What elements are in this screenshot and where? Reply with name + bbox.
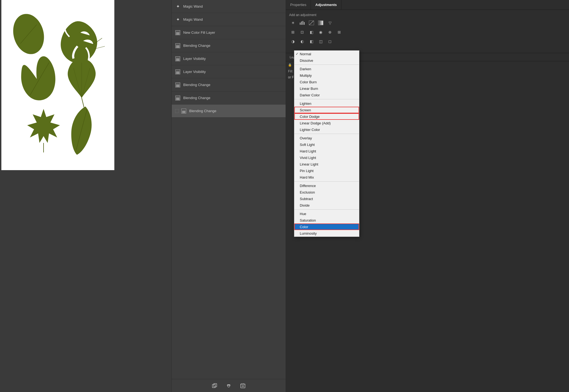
blend-darken[interactable]: Darken [294, 66, 359, 72]
history-item-8[interactable]: Blending Change [172, 91, 286, 105]
history-item-3[interactable]: New Color Fill Layer [172, 26, 286, 39]
history-item-label-9: Blending Change [189, 109, 216, 113]
adjustment-icons-row-2: ⊞ ⊡ ◧ ◉ ⊕ ⊞ [289, 28, 566, 36]
history-item-6[interactable]: Layer Visibility [172, 65, 286, 78]
blend-normal[interactable]: Normal [294, 51, 359, 57]
separator-4 [294, 181, 359, 182]
snapshot-button[interactable] [225, 382, 233, 390]
blend-linear-dodge[interactable]: Linear Dodge (Add) [294, 120, 359, 126]
separator-1 [294, 65, 359, 65]
blend-dissolve[interactable]: Dissolve [294, 57, 359, 64]
layer-icon-7 [175, 82, 181, 88]
blend-vivid-light[interactable]: Vivid Light [294, 154, 359, 161]
separator-3 [294, 134, 359, 134]
blend-linear-light[interactable]: Linear Light [294, 161, 359, 167]
separator-5 [294, 209, 359, 210]
bw-icon[interactable]: ◧ [308, 28, 315, 36]
color-balance-icon[interactable]: ⊡ [298, 28, 306, 36]
svg-rect-28 [318, 21, 323, 25]
threshold-icon[interactable]: ◧ [308, 38, 315, 45]
layer-icon-5 [175, 56, 181, 62]
photo-filter-icon[interactable]: ◉ [317, 28, 325, 36]
blend-hard-mix[interactable]: Hard Mix [294, 174, 359, 180]
history-item-label-8: Blending Change [183, 96, 210, 100]
color-lookup-icon[interactable]: ⊞ [335, 28, 343, 36]
history-item-label-4: Blending Change [183, 44, 210, 48]
history-item-label-1: Magic Wand [183, 4, 203, 8]
posterize-icon[interactable]: ◐ [298, 38, 306, 45]
blend-exclusion[interactable]: Exclusion [294, 189, 359, 195]
curves-icon[interactable] [308, 19, 315, 27]
svg-rect-25 [302, 21, 303, 25]
blend-lighter-color[interactable]: Lighter Color [294, 126, 359, 133]
history-item-1[interactable]: ✦ Magic Wand [172, 0, 286, 13]
blend-divide[interactable]: Divide [294, 202, 359, 209]
history-item-label-3: New Color Fill Layer [183, 30, 215, 35]
wand-icon-2: ✦ [175, 17, 181, 22]
hsl-icon[interactable]: ⊞ [289, 28, 297, 36]
history-item-2[interactable]: ✦ Magic Wand [172, 13, 286, 26]
layer-icon-3 [175, 30, 181, 35]
wand-icon-1: ✦ [175, 4, 181, 9]
layer-icon-9 [181, 108, 186, 114]
blend-saturation[interactable]: Saturation [294, 217, 359, 223]
history-item-label-2: Magic Wand [183, 17, 203, 22]
svg-line-9 [82, 98, 84, 109]
blend-color-burn[interactable]: Color Burn [294, 79, 359, 85]
invert-icon[interactable]: ◑ [289, 38, 297, 45]
history-toolbar [172, 379, 286, 392]
levels-icon[interactable] [298, 19, 306, 27]
history-item-4[interactable]: Blending Change [172, 39, 286, 52]
channel-mixer-icon[interactable]: ⊕ [326, 28, 334, 36]
blend-color-dodge[interactable]: Color Dodge [294, 113, 359, 120]
panel-content: Add an adjustment ☀ ▽ ⊞ ⊡ ◧ ◉ ⊕ ⊞ ◑ [286, 10, 569, 50]
canvas-area [0, 0, 172, 392]
blend-hard-light[interactable]: Hard Light [294, 148, 359, 154]
history-panel: ✦ Magic Wand ✦ Magic Wand New Color Fill… [172, 0, 286, 392]
blend-soft-light[interactable]: Soft Light [294, 141, 359, 148]
history-item-label-7: Blending Change [183, 83, 210, 87]
history-item-5[interactable]: Layer Visibility [172, 52, 286, 65]
canvas-document [1, 0, 114, 170]
blend-difference[interactable]: Difference [294, 182, 359, 189]
selective-color-icon[interactable]: ◻ [326, 38, 334, 45]
history-item-label-6: Layer Visibility [183, 70, 206, 74]
brightness-icon[interactable]: ☀ [289, 19, 297, 27]
panel-tabs: Properties Adjustments [286, 0, 569, 10]
add-adjustment-label: Add an adjustment [289, 13, 566, 17]
blend-subtract[interactable]: Subtract [294, 195, 359, 202]
history-item-7[interactable]: Blending Change [172, 78, 286, 91]
layer-icon-8 [175, 95, 181, 101]
svg-rect-23 [300, 23, 301, 25]
adjustment-icons-row-1: ☀ ▽ [289, 19, 566, 27]
blend-luminosity[interactable]: Luminosity [294, 230, 359, 237]
exposure-icon[interactable] [317, 19, 325, 27]
duplicate-button[interactable] [211, 382, 218, 390]
fill-label: Fill: [288, 69, 293, 73]
svg-rect-24 [301, 22, 302, 25]
adjustment-icons-row-3: ◑ ◐ ◧ ◫ ◻ [289, 38, 566, 45]
blend-darker-color[interactable]: Darker Color [294, 92, 359, 98]
blend-mode-menu: Normal Dissolve Darken Multiply Color Bu… [294, 50, 359, 237]
gradient-map-icon[interactable]: ◫ [317, 38, 325, 45]
blend-hue[interactable]: Hue [294, 210, 359, 217]
svg-rect-26 [304, 22, 305, 25]
blend-screen[interactable]: Screen [294, 107, 359, 113]
blend-multiply[interactable]: Multiply [294, 72, 359, 79]
right-panel: Properties Adjustments Add an adjustment… [286, 0, 569, 392]
blend-overlay[interactable]: Overlay [294, 135, 359, 141]
vibrance-icon[interactable]: ▽ [326, 19, 334, 27]
tab-properties[interactable]: Properties [286, 0, 311, 10]
blend-linear-burn[interactable]: Linear Burn [294, 85, 359, 92]
delete-button[interactable] [239, 382, 247, 390]
history-item-label-5: Layer Visibility [183, 57, 206, 61]
layer-icon-6 [175, 69, 181, 75]
tab-adjustments[interactable]: Adjustments [311, 0, 341, 10]
blend-color[interactable]: Color [294, 223, 359, 230]
layer-icon-4 [175, 43, 181, 48]
history-item-9[interactable]: Blending Change [172, 105, 286, 118]
blend-lighten[interactable]: Lighten [294, 100, 359, 107]
checkbox-9[interactable] [175, 109, 179, 113]
separator-2 [294, 99, 359, 99]
blend-pin-light[interactable]: Pin Light [294, 167, 359, 174]
